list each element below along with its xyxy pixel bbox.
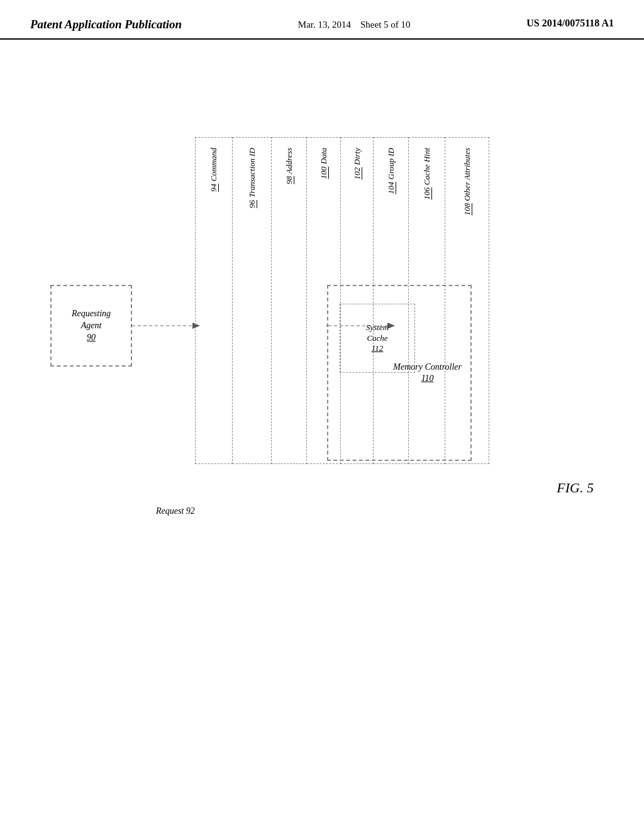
data-label: Data [319,148,329,164]
packet-col-transaction-id: Transaction ID 96 [233,137,272,464]
group-id-label: Group ID [386,148,396,179]
patent-number: US 2014/0075118 A1 [526,18,614,29]
address-number: 98 [284,176,294,184]
system-cache-number: 112 [372,343,384,353]
command-label: Command [209,148,219,181]
group-id-number: 104 [386,182,396,194]
system-cache-label: SystemCache [366,323,389,344]
diagram-area: RequestingAgent 90 Request 92 Command 94… [0,40,644,819]
requesting-agent-label: RequestingAgent [72,308,111,331]
publication-info: Mar. 13, 2014 Sheet 5 of 10 [298,18,411,32]
dirty-number: 102 [352,167,362,180]
publication-date: Mar. 13, 2014 [298,19,351,30]
cache-hint-label: Cache Hint [422,148,432,185]
data-number: 100 [319,167,329,179]
transaction-id-number: 96 [247,200,257,208]
sheet-info: Sheet 5 of 10 [360,19,411,30]
other-attributes-number: 108 [462,203,472,216]
system-cache-box: SystemCache 112 [340,304,415,373]
command-number: 94 [209,184,219,192]
figure-label: FIG. 5 [557,480,594,496]
other-attributes-label: Other Attributes [462,148,472,201]
packet-col-command: Command 94 [195,137,233,464]
dirty-label: Dirty [352,148,362,165]
memory-controller-number: 110 [421,374,434,383]
cache-hint-number: 106 [422,187,432,200]
packet-col-address: Address 98 [272,137,307,464]
requesting-agent-number: 90 [87,333,96,343]
requesting-agent-box: RequestingAgent 90 [50,285,132,367]
publication-title: Patent Application Publication [30,18,182,31]
page-header: Patent Application Publication Mar. 13, … [0,0,644,40]
transaction-id-label: Transaction ID [247,148,257,197]
address-label: Address [284,148,294,174]
request-label: Request 92 [156,506,195,516]
